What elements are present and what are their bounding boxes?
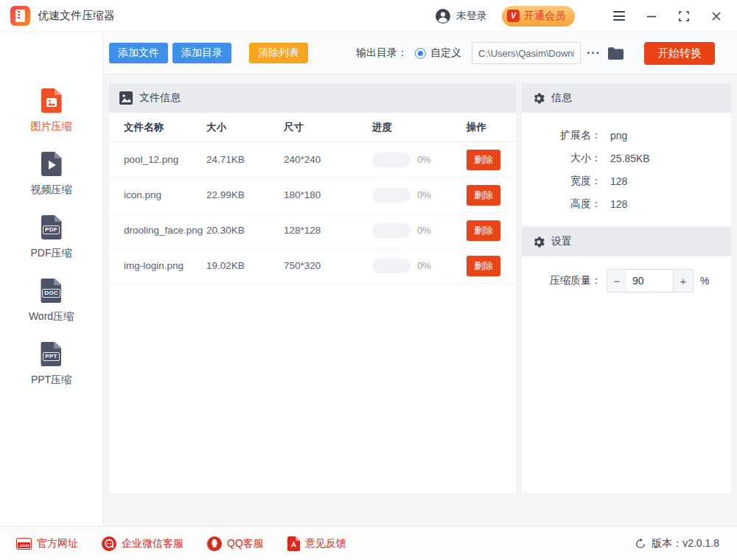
video-file-icon [41, 152, 62, 176]
user-icon [435, 8, 451, 24]
minimize-icon [646, 11, 657, 21]
delete-button[interactable]: 删除 [467, 256, 500, 276]
progress-bar [372, 188, 411, 203]
col-header-actions: 操作 [467, 121, 516, 134]
website-icon: .com [16, 538, 32, 550]
sidebar: 图片压缩 视频压缩 PDF PDF压缩 DOC Word压缩 PPT PPT压缩 [0, 32, 103, 526]
quality-increase-button[interactable]: + [673, 269, 694, 293]
custom-radio-label[interactable]: 自定义 [430, 46, 461, 60]
version-label: 版本：v2.0.1.8 [652, 537, 719, 550]
col-header-size: 大小 [206, 121, 284, 134]
file-name: img-login.png [124, 260, 184, 271]
sidebar-item-ppt-compress[interactable]: PPT PPT压缩 [31, 342, 71, 387]
file-panel-title: 文件信息 [139, 91, 181, 105]
content-area: 文件信息 文件名称 大小 尺寸 进度 操作 pool_12.png 24.71K… [103, 74, 737, 526]
vip-upgrade-button[interactable]: V 开通会员 [502, 6, 575, 27]
progress-bar [372, 223, 411, 238]
start-convert-button[interactable]: 开始转换 [644, 42, 715, 65]
file-dimensions: 128*128 [284, 225, 372, 236]
delete-button[interactable]: 删除 [467, 185, 500, 206]
col-header-dimensions: 尺寸 [284, 121, 372, 134]
col-header-name: 文件名称 [109, 121, 206, 134]
footer-link-label: 官方网址 [37, 537, 78, 550]
maximize-icon [679, 11, 689, 21]
app-title: 优速文件压缩器 [38, 9, 115, 23]
file-list-panel: 文件信息 文件名称 大小 尺寸 进度 操作 pool_12.png 24.71K… [109, 83, 516, 493]
table-row: pool_12.png 24.71KB 240*240 0% 删除 [109, 142, 516, 178]
sidebar-item-label: Word压缩 [29, 310, 74, 323]
sidebar-item-label: PPT压缩 [31, 374, 71, 387]
qq-support-link[interactable]: QQ客服 [207, 536, 264, 551]
menu-button[interactable] [612, 9, 626, 24]
progress-bar [372, 153, 411, 167]
clear-list-button[interactable]: 清除列表 [249, 43, 308, 63]
info-field-extension: 扩展名： png [522, 124, 731, 147]
footer-link-label: QQ客服 [227, 537, 264, 550]
wechat-icon [102, 536, 116, 551]
official-website-link[interactable]: .com 官方网址 [16, 537, 78, 550]
login-status-label: 未登录 [456, 10, 487, 23]
progress-percent: 0% [417, 154, 431, 165]
info-field-height: 高度： 128 [522, 192, 731, 215]
app-window: 优速文件压缩器 未登录 V 开通会员 [0, 0, 737, 560]
app-logo-icon [10, 6, 30, 26]
quality-setting: 压缩质量： − + % [522, 269, 731, 293]
sidebar-item-label: 视频压缩 [31, 183, 72, 197]
gear-icon [532, 236, 545, 248]
login-button[interactable]: 未登录 [435, 8, 487, 24]
sidebar-item-word-compress[interactable]: DOC Word压缩 [29, 279, 74, 323]
col-header-progress: 进度 [372, 121, 467, 134]
sidebar-item-video-compress[interactable]: 视频压缩 [31, 152, 72, 197]
minimize-button[interactable] [644, 9, 659, 24]
quality-stepper: − + [607, 269, 694, 293]
vip-icon: V [507, 10, 520, 22]
open-folder-button[interactable] [608, 47, 624, 60]
output-path-input[interactable] [472, 42, 581, 64]
wechat-support-link[interactable]: 企业微信客服 [102, 536, 184, 551]
info-field-size: 大小： 25.85KB [522, 147, 731, 169]
table-row: drooling_face.png 20.30KB 128*128 0% 删除 [109, 213, 516, 248]
output-dir-label: 输出目录： [356, 46, 408, 60]
close-button[interactable] [709, 9, 724, 24]
table-row: icon.png 22.99KB 180*180 0% 删除 [109, 178, 516, 213]
progress-percent: 0% [417, 260, 431, 271]
toolbar: 添加文件 添加目录 清除列表 输出目录： 自定义 ··· 开始转换 [103, 32, 737, 74]
sidebar-item-label: PDF压缩 [31, 247, 72, 260]
delete-button[interactable]: 删除 [467, 150, 500, 170]
browse-more-button[interactable]: ··· [587, 46, 601, 60]
sidebar-item-image-compress[interactable]: 图片压缩 [31, 88, 72, 133]
maximize-button[interactable] [677, 9, 691, 24]
add-file-button[interactable]: 添加文件 [109, 43, 168, 63]
refresh-icon[interactable] [635, 538, 646, 550]
footer-link-label: 企业微信客服 [122, 537, 184, 550]
quality-input[interactable] [626, 269, 674, 293]
progress-bar [372, 259, 411, 273]
folder-icon [608, 47, 624, 60]
info-field-width: 宽度： 128 [522, 169, 731, 192]
titlebar: 优速文件压缩器 未登录 V 开通会员 [0, 0, 737, 32]
file-panel-header: 文件信息 [109, 83, 516, 113]
quality-decrease-button[interactable]: − [607, 269, 627, 293]
file-size: 19.02KB [206, 260, 284, 271]
hamburger-icon [613, 11, 625, 21]
image-info-icon [119, 91, 133, 105]
qq-icon [207, 536, 222, 551]
add-directory-button[interactable]: 添加目录 [172, 43, 231, 63]
progress-percent: 0% [417, 225, 431, 236]
file-size: 22.99KB [206, 189, 284, 200]
feedback-link[interactable]: 意见反馈 [287, 536, 346, 551]
doc-file-icon: DOC [41, 279, 61, 303]
quality-label: 压缩质量： [522, 274, 601, 287]
details-panel: 信息 扩展名： png 大小： 25.85KB 宽度： 1 [522, 83, 731, 493]
table-header: 文件名称 大小 尺寸 进度 操作 [109, 113, 516, 142]
delete-button[interactable]: 删除 [467, 220, 500, 241]
file-dimensions: 240*240 [284, 154, 372, 165]
sidebar-item-pdf-compress[interactable]: PDF PDF压缩 [31, 215, 72, 260]
file-name: drooling_face.png [124, 225, 203, 236]
close-icon [711, 11, 722, 21]
custom-radio[interactable] [415, 48, 426, 59]
version-info: 版本：v2.0.1.8 [635, 537, 719, 550]
file-name: icon.png [124, 189, 161, 200]
ppt-file-icon: PPT [41, 342, 61, 366]
image-file-icon [41, 88, 62, 113]
